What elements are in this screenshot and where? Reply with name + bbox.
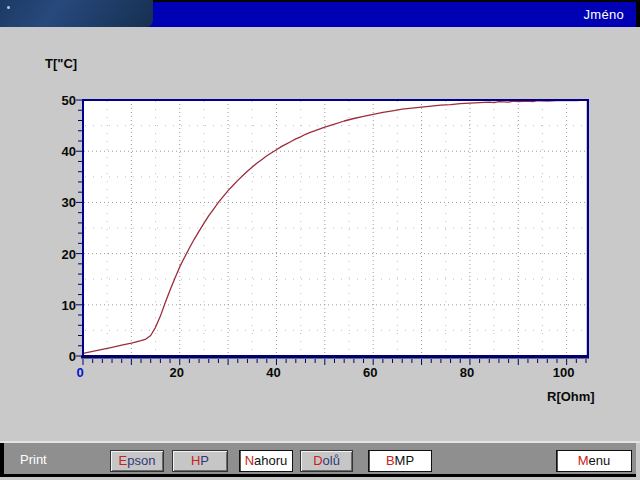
svg-text:40: 40 — [62, 144, 76, 159]
hp-button[interactable]: HP — [172, 450, 228, 472]
logo-dot-icon — [7, 6, 10, 9]
chart-plot: 02040608010001020304050 — [0, 0, 640, 480]
svg-text:0: 0 — [69, 349, 76, 364]
epson-button[interactable]: Epson — [110, 450, 164, 472]
svg-text:0: 0 — [76, 365, 83, 380]
dolu-button[interactable]: Dolů — [300, 450, 353, 472]
svg-text:60: 60 — [363, 365, 377, 380]
titlebar-label: Jméno — [583, 7, 636, 22]
svg-text:80: 80 — [460, 365, 474, 380]
svg-text:40: 40 — [266, 365, 280, 380]
y-axis-title: T["C] — [45, 56, 77, 71]
footer-bar: Print Epson HP Nahoru Dolů BMP Menu — [0, 443, 636, 477]
nahoru-button[interactable]: Nahoru — [239, 450, 293, 472]
svg-text:50: 50 — [62, 93, 76, 108]
bmp-button[interactable]: BMP — [368, 450, 432, 472]
print-label: Print — [20, 452, 47, 467]
svg-text:30: 30 — [62, 195, 76, 210]
menu-button[interactable]: Menu — [556, 450, 632, 472]
svg-text:10: 10 — [62, 298, 76, 313]
svg-text:20: 20 — [62, 247, 76, 262]
svg-text:100: 100 — [553, 365, 575, 380]
svg-text:20: 20 — [169, 365, 183, 380]
x-axis-title: R[Ohm] — [547, 389, 595, 404]
app-logo — [0, 0, 153, 27]
